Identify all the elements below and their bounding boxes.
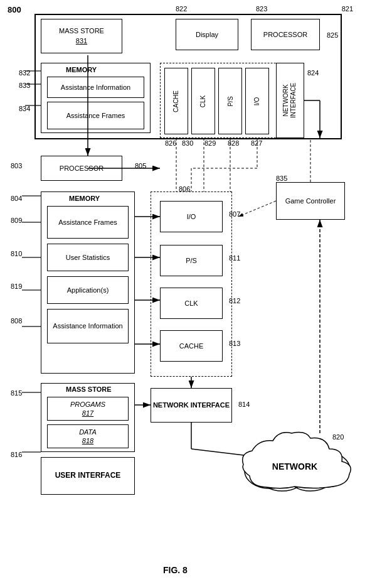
ref-820: 820 xyxy=(332,433,344,441)
network-interface-mid-label: NETWORK INTERFACE xyxy=(153,401,230,409)
ref-824: 824 xyxy=(307,69,319,77)
ref-803: 803 xyxy=(11,162,22,170)
user-statistics-label: User Statistics xyxy=(66,253,110,262)
ref-834: 834 xyxy=(19,105,30,112)
ref-805: 805 xyxy=(135,162,146,170)
cache-top-box: CACHE xyxy=(164,68,188,134)
diagram: 800 821 822 823 MASS STORE 831 Display P… xyxy=(0,0,392,582)
processor-left-label: PROCESSOR xyxy=(60,164,103,173)
svg-line-25 xyxy=(238,201,276,217)
cache-top-label: CACHE xyxy=(172,90,180,112)
io-top-box: I/O xyxy=(245,68,269,134)
assistance-frames-left-label: Assistance Frames xyxy=(58,218,117,227)
fig-label: FIG. 8 xyxy=(163,565,188,575)
svg-point-1 xyxy=(267,439,323,483)
ref-833: 833 xyxy=(19,82,30,89)
network-interface-top-box: NETWORKINTERFACE xyxy=(276,63,304,138)
clk-top-box: CLK xyxy=(191,68,215,134)
programs-box: PROGAMS817 xyxy=(47,397,129,421)
display-box: Display xyxy=(176,19,238,50)
ref-822: 822 xyxy=(176,5,187,13)
ref-807: 807 xyxy=(229,210,240,218)
ref-815: 815 xyxy=(11,389,22,397)
ref-821: 821 xyxy=(342,5,353,13)
ref-800: 800 xyxy=(8,5,21,14)
ref-832: 832 xyxy=(19,69,30,77)
io-mid-label: I/O xyxy=(187,212,196,221)
assistance-frames-top-label: Assistance Frames xyxy=(66,111,125,120)
svg-text:NETWORK: NETWORK xyxy=(272,461,317,472)
data-label: DATA818 xyxy=(79,428,97,446)
ref-810: 810 xyxy=(11,250,22,257)
ref-828: 828 xyxy=(228,139,239,147)
applications-box: Application(s) xyxy=(47,276,129,304)
ref-826: 826 xyxy=(165,139,176,147)
user-interface-box: USER INTERFACE xyxy=(41,457,135,495)
ref-827: 827 xyxy=(251,139,262,147)
processor-top-label: PROCESSOR xyxy=(263,30,307,39)
mass-store-top: MASS STORE 831 xyxy=(41,19,122,53)
ps-top-box: P/S xyxy=(218,68,242,134)
ref-806: 806 xyxy=(179,185,190,193)
assistance-info-top: Assistance Information xyxy=(47,77,144,98)
ref-819: 819 xyxy=(11,283,22,290)
memory-left-heading: MEMORY xyxy=(69,195,100,202)
ref-812: 812 xyxy=(229,297,240,304)
cache-mid-label: CACHE xyxy=(179,342,204,350)
ref-811: 811 xyxy=(229,254,240,262)
assistance-info-top-label: Assistance Information xyxy=(61,83,130,92)
user-interface-label: USER INTERFACE xyxy=(55,471,121,481)
ref-829: 829 xyxy=(204,139,216,147)
cache-mid-box: CACHE xyxy=(160,330,223,362)
memory-top-heading: MEMORY xyxy=(66,66,97,73)
clk-mid-box: CLK xyxy=(160,288,223,319)
ref-813: 813 xyxy=(229,340,240,347)
ref-835: 835 xyxy=(276,175,287,182)
network-interface-top-label: NETWORKINTERFACE xyxy=(283,83,298,118)
ref-814: 814 xyxy=(238,401,250,408)
ref-823: 823 xyxy=(256,5,267,13)
clk-mid-label: CLK xyxy=(184,299,198,308)
svg-point-2 xyxy=(302,452,350,487)
network-interface-mid-box: NETWORK INTERFACE xyxy=(151,388,232,423)
assistance-info-left-label: Assistance Information xyxy=(53,321,122,330)
game-controller-label: Game Controller xyxy=(285,197,336,205)
io-mid-box: I/O xyxy=(160,201,223,232)
ps-mid-label: P/S xyxy=(186,256,197,265)
svg-point-4 xyxy=(289,463,332,491)
display-label: Display xyxy=(196,30,218,39)
svg-point-0 xyxy=(245,453,295,488)
assistance-info-left-box: Assistance Information xyxy=(47,309,129,343)
game-controller-box: Game Controller xyxy=(276,182,345,220)
mass-store-left-heading: MASS STORE xyxy=(66,385,112,393)
ref-816: 816 xyxy=(11,451,22,458)
ref-808: 808 xyxy=(11,317,22,325)
clk-top-label: CLK xyxy=(199,95,207,107)
assistance-frames-left-box: Assistance Frames xyxy=(47,206,129,239)
data-box: DATA818 xyxy=(47,424,129,448)
svg-line-18 xyxy=(191,449,270,458)
ref-825: 825 xyxy=(327,31,338,39)
svg-point-3 xyxy=(260,463,304,491)
programs-label: PROGAMS817 xyxy=(70,400,105,418)
mass-store-top-label: MASS STORE 831 xyxy=(59,26,104,46)
ref-830: 830 xyxy=(182,139,193,147)
ref-809: 809 xyxy=(11,217,22,224)
io-top-label: I/O xyxy=(253,97,262,105)
ref-804: 804 xyxy=(11,195,22,202)
processor-top-box: PROCESSOR xyxy=(251,19,320,50)
ps-mid-box: P/S xyxy=(160,245,223,276)
processor-left-box: PROCESSOR xyxy=(41,156,122,181)
applications-label: Application(s) xyxy=(67,286,109,294)
ps-top-label: P/S xyxy=(226,96,235,106)
user-statistics-box: User Statistics xyxy=(47,244,129,271)
assistance-frames-top: Assistance Frames xyxy=(47,102,144,129)
